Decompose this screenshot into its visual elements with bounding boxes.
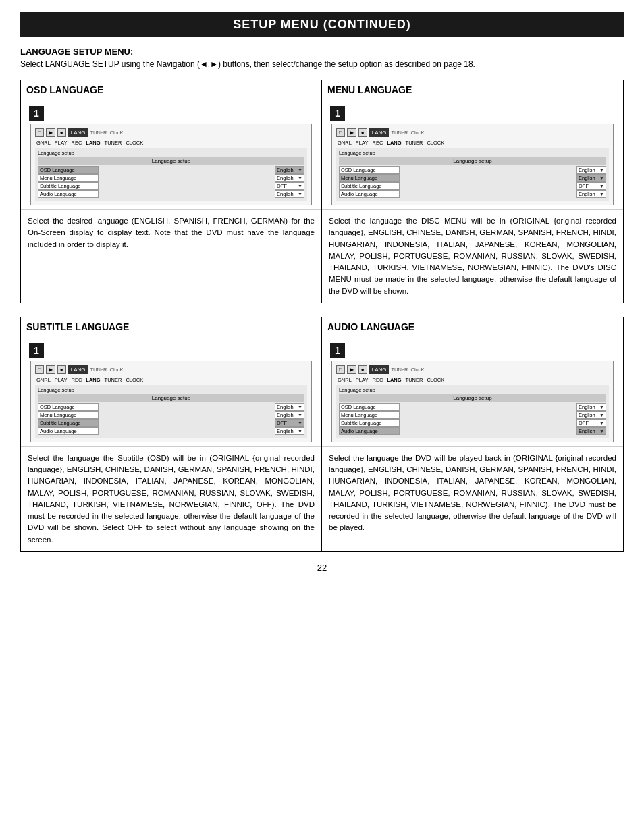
play-icon-a: ▶: [347, 365, 356, 374]
osd-row-1: OSD Language English ▼: [38, 166, 304, 174]
osd-menubar: □ ▶ ● LANG TUNeR ClocK: [35, 128, 307, 137]
gnrl-icon: □: [35, 128, 44, 137]
subtitle-step-num: 1: [29, 343, 44, 358]
gnrl-icon-a: □: [336, 365, 345, 374]
play-icon-s: ▶: [46, 365, 55, 374]
subtitle-menubar: □ ▶ ● LANG TUNeR ClocK: [35, 365, 307, 374]
audio-menu-title: Language setup: [339, 394, 606, 402]
tuner-label-s: TUNeR: [90, 367, 107, 373]
subtitle-row-1: OSD Language English ▼: [38, 403, 304, 411]
tuner-label-a: TUNeR: [391, 367, 408, 373]
rec-icon: ●: [57, 128, 66, 137]
audio-language-title: AUDIO LANGUAGE: [322, 317, 623, 335]
osd-screen: □ ▶ ● LANG TUNeR ClocK GNRLPLAYRECLANGTU…: [30, 124, 312, 205]
osd-row-4: Audio Language English ▼: [38, 190, 304, 198]
menu-row-3: Subtitle Language OFF ▼: [339, 182, 606, 190]
tuner-label-osd: TUNeR: [90, 130, 107, 136]
page-number: 22: [20, 563, 624, 573]
subtitle-language-section: SUBTITLE LANGUAGE 1 □ ▶ ● LANG TUNeR Clo…: [20, 317, 322, 552]
intro-section: LANGUAGE SETUP MENU: Select LANGUAGE SET…: [20, 47, 624, 69]
menu-menubar: □ ▶ ● LANG TUNeR ClocK: [336, 128, 609, 137]
osd-row-2: Menu Language English ▼: [38, 174, 304, 182]
menu-row-1: OSD Language English ▼: [339, 166, 606, 174]
audio-language-section: AUDIO LANGUAGE 1 □ ▶ ● LANG TUNeR ClocK …: [322, 317, 624, 552]
rec-icon-s: ●: [57, 365, 66, 374]
menu-description: Select the language the DISC MENU will b…: [322, 209, 623, 303]
page-title: SETUP MENU (CONTINUED): [20, 12, 624, 37]
lang-icon-s: LANG: [68, 365, 88, 374]
subtitle-nav-labels: GNRLPLAYRECLANGTUNERCLOCK: [35, 377, 307, 383]
rec-icon-a: ●: [358, 365, 367, 374]
menu-screen-content: Language setup Language setup OSD Langua…: [336, 148, 609, 201]
intro-text: Select LANGUAGE SETUP using the Navigati…: [20, 59, 624, 69]
osd-nav-labels: GNRLPLAYRECLANGTUNERCLOCK: [35, 140, 307, 146]
subtitle-screen: □ ▶ ● LANG TUNeR ClocK GNRLPLAYRECLANGTU…: [30, 361, 312, 442]
lang-icon-m: LANG: [369, 128, 390, 137]
osd-setup-label: Language setup: [38, 150, 304, 156]
osd-step-num: 1: [29, 106, 44, 121]
menu-step-num: 1: [330, 106, 345, 121]
osd-description: Select the desired language (ENGLISH, SP…: [21, 209, 321, 256]
menu-setup-label: Language setup: [339, 150, 606, 156]
rec-icon-m: ●: [358, 128, 367, 137]
subtitle-language-title: SUBTITLE LANGUAGE: [21, 317, 321, 335]
subtitle-description: Select the language the Subtitle (OSD) w…: [21, 446, 321, 551]
play-icon-m: ▶: [347, 128, 356, 137]
audio-row-2: Menu Language English ▼: [339, 411, 606, 419]
audio-setup-label: Language setup: [339, 387, 606, 393]
osd-screen-content: Language setup Language setup OSD Langua…: [35, 148, 307, 201]
lang-icon-a: LANG: [369, 365, 390, 374]
audio-row-4: Audio Language English ▼: [339, 427, 606, 435]
audio-screen: □ ▶ ● LANG TUNeR ClocK GNRLPLAYRECLANGTU…: [331, 361, 614, 442]
audio-step-num: 1: [330, 343, 345, 358]
audio-description: Select the language the DVD will be play…: [322, 446, 623, 540]
clock-label-a: ClocK: [411, 367, 425, 373]
menu-row-2: Menu Language English ▼: [339, 174, 606, 182]
menu-menu-title: Language setup: [339, 157, 606, 165]
audio-row-1: OSD Language English ▼: [339, 403, 606, 411]
clock-label-m: ClocK: [411, 130, 425, 136]
osd-row-3: Subtitle Language OFF ▼: [38, 182, 304, 190]
subtitle-row-2: Menu Language English ▼: [38, 411, 304, 419]
osd-language-title: OSD LANGUAGE: [21, 80, 321, 98]
subtitle-menu-title: Language setup: [38, 394, 304, 402]
subtitle-row-4: Audio Language English ▼: [38, 427, 304, 435]
menu-language-title: MENU LANGUAGE: [322, 80, 623, 98]
gnrl-icon-m: □: [336, 128, 345, 137]
audio-menubar: □ ▶ ● LANG TUNeR ClocK: [336, 365, 609, 374]
audio-row-3: Subtitle Language OFF ▼: [339, 419, 606, 427]
clock-label-osd: ClocK: [110, 130, 124, 136]
audio-nav-labels: GNRLPLAYRECLANGTUNERCLOCK: [336, 377, 609, 383]
menu-row-4: Audio Language English ▼: [339, 190, 606, 198]
audio-screen-content: Language setup Language setup OSD Langua…: [336, 385, 609, 438]
subtitle-screen-content: Language setup Language setup OSD Langua…: [35, 385, 307, 438]
lang-icon: LANG: [68, 128, 88, 137]
osd-language-section: OSD LANGUAGE 1 □ ▶ ● LANG TUNeR ClocK GN…: [20, 80, 322, 303]
menu-language-section: MENU LANGUAGE 1 □ ▶ ● LANG TUNeR ClocK G…: [322, 80, 624, 303]
subtitle-row-3: Subtitle Language OFF ▼: [38, 419, 304, 427]
menu-nav-labels: GNRLPLAYRECLANGTUNERCLOCK: [336, 140, 609, 146]
menu-screen: □ ▶ ● LANG TUNeR ClocK GNRLPLAYRECLANGTU…: [331, 124, 614, 205]
osd-menu-title: Language setup: [38, 157, 304, 165]
gnrl-icon-s: □: [35, 365, 44, 374]
play-icon: ▶: [46, 128, 55, 137]
intro-title: LANGUAGE SETUP MENU:: [20, 47, 624, 57]
subtitle-setup-label: Language setup: [38, 387, 304, 393]
tuner-label-m: TUNeR: [391, 130, 408, 136]
clock-label-s: ClocK: [110, 367, 124, 373]
